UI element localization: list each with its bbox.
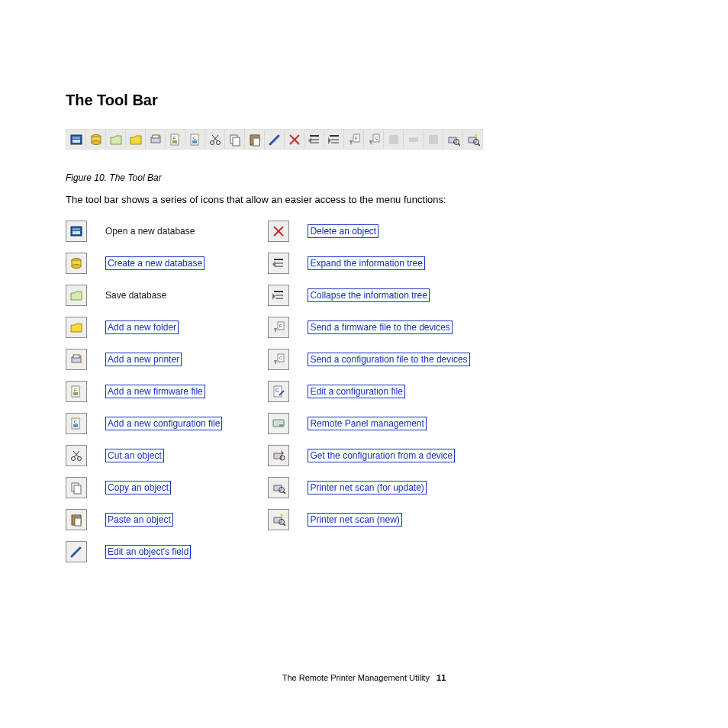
page-footer: The Remote Printer Management Utility 11: [0, 673, 728, 682]
add-printer-icon: [66, 349, 87, 370]
legend-label[interactable]: Printer net scan (new): [308, 513, 401, 527]
legend-label[interactable]: Add a new configuration file: [105, 417, 222, 430]
legend-row-right-7: Get the configuration from a device: [268, 445, 469, 466]
tb-edit[interactable]: [265, 130, 285, 149]
tb-add-config[interactable]: [185, 130, 205, 149]
legend-row-right-4: Send a configuration file to the devices: [268, 349, 469, 370]
tb-delete[interactable]: [285, 130, 304, 149]
legend-label[interactable]: Add a new firmware file: [105, 385, 205, 398]
legend-row-left-9: Paste an object: [66, 509, 222, 530]
legend-label: Open a new database: [105, 226, 195, 237]
tb-add-printer[interactable]: [146, 130, 166, 149]
tb-paste[interactable]: [245, 130, 265, 149]
add-config-icon: [66, 413, 87, 434]
tb-scan-new[interactable]: [463, 130, 482, 149]
legend-row-left-4: Add a new printer: [66, 349, 222, 370]
legend-label[interactable]: Send a firmware file to the devices: [308, 321, 452, 334]
legend-row-left-1: Create a new database: [66, 253, 222, 274]
legend-row-left-7: Cut an object: [66, 445, 222, 466]
create-db-icon: [66, 253, 87, 274]
legend-label[interactable]: Create a new database: [105, 256, 205, 270]
paste-icon: [66, 509, 87, 530]
cut-icon: [66, 445, 87, 466]
tb-collapse[interactable]: [324, 130, 344, 149]
legend-label[interactable]: Cut an object: [105, 449, 164, 462]
legend-row-right-6: Remote Panel management: [268, 413, 469, 434]
net-scan-new-icon: [268, 509, 289, 530]
legend-row-left-5: Add a new firmware file: [66, 381, 222, 402]
intro-text: The tool bar shows a series of icons tha…: [66, 194, 662, 205]
send-firmware-icon: [268, 317, 289, 338]
tb-add-folder[interactable]: [126, 130, 146, 149]
tb-scan-update[interactable]: [443, 130, 463, 149]
tb-open-db[interactable]: [66, 130, 86, 149]
toolbar: [66, 129, 483, 150]
add-firmware-icon: [66, 381, 87, 402]
legend-row-left-6: Add a new configuration file: [66, 413, 222, 434]
legend-label[interactable]: Edit an object's field: [105, 545, 191, 559]
tb-cut[interactable]: [205, 130, 225, 149]
tb-send-firmware[interactable]: [344, 130, 364, 149]
legend-label[interactable]: Printer net scan (for update): [308, 481, 426, 494]
legend-label[interactable]: Send a configuration file to the devices: [308, 353, 469, 366]
section-heading: The Tool Bar: [66, 92, 662, 109]
legend-label[interactable]: Remote Panel management: [308, 417, 426, 430]
legend-row-left-8: Copy an object: [66, 477, 222, 498]
send-config-icon: [268, 349, 289, 370]
net-scan-update-icon: [268, 477, 289, 498]
copy-icon: [66, 477, 87, 498]
legend-row-right-5: Edit a configuration file: [268, 381, 469, 402]
save-db-icon: [66, 285, 87, 306]
tb-disabled-b: [404, 130, 424, 149]
tb-expand[interactable]: [304, 130, 324, 149]
add-folder-icon: [66, 317, 87, 338]
remote-panel-icon: [268, 413, 289, 434]
tb-copy[interactable]: [225, 130, 245, 149]
legend-row-right-9: Printer net scan (new): [268, 509, 469, 530]
legend-label[interactable]: Add a new printer: [105, 353, 182, 366]
edit-config-icon: [268, 381, 289, 402]
legend-row-right-8: Printer net scan (for update): [268, 477, 469, 498]
get-config-icon: [268, 445, 289, 466]
legend-row-right-1: Expand the information tree: [268, 253, 469, 274]
delete-icon: [268, 221, 289, 242]
legend-row-right-3: Send a firmware file to the devices: [268, 317, 469, 338]
tb-disabled-c: [424, 130, 443, 149]
legend-label[interactable]: Get the configuration from a device: [308, 449, 455, 462]
legend-label: Save database: [105, 290, 166, 301]
figure-caption: Figure 10. The Tool Bar: [66, 172, 662, 183]
legend-label[interactable]: Copy an object: [105, 481, 171, 494]
legend-label[interactable]: Collapse the information tree: [308, 288, 429, 302]
legend-row-left-3: Add a new folder: [66, 317, 222, 338]
tb-disabled-a: [384, 130, 404, 149]
edit-field-icon: [66, 541, 87, 562]
legend-row-right-2: Collapse the information tree: [268, 285, 469, 306]
legend-label[interactable]: Delete an object: [308, 224, 378, 238]
legend-label[interactable]: Paste an object: [105, 513, 173, 527]
expand-icon: [268, 253, 289, 274]
legend-row-left-10: Edit an object's field: [66, 541, 222, 562]
legend-label[interactable]: Expand the information tree: [308, 256, 424, 270]
tb-add-firmware[interactable]: [166, 130, 185, 149]
legend-row-right-0: Delete an object: [268, 221, 469, 242]
legend-label[interactable]: Edit a configuration file: [308, 385, 404, 398]
legend-row-left-2: Save database: [66, 285, 222, 306]
legend-label[interactable]: Add a new folder: [105, 321, 179, 334]
tb-send-config[interactable]: [364, 130, 384, 149]
legend-row-left-0: Open a new database: [66, 221, 222, 242]
collapse-icon: [268, 285, 289, 306]
tb-save-db[interactable]: [106, 130, 126, 149]
tb-create-db[interactable]: [86, 130, 106, 149]
open-db-icon: [66, 221, 87, 242]
